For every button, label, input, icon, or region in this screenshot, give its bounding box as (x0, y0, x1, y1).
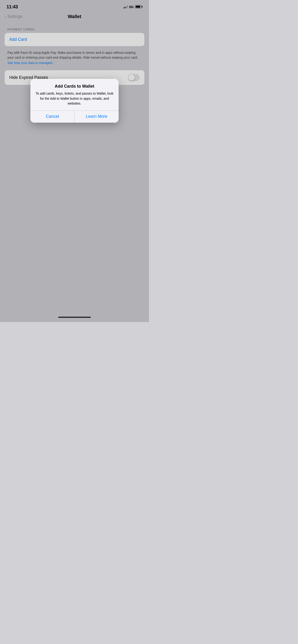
alert-title: Add Cards to Wallet (35, 84, 114, 89)
cancel-button[interactable]: Cancel (31, 110, 75, 123)
alert-buttons: Cancel Learn More (31, 110, 119, 123)
alert-dialog: Add Cards to Wallet To add cards, keys, … (31, 79, 119, 123)
alert-message: To add cards, keys, tickets, and passes … (35, 91, 114, 106)
learn-more-button[interactable]: Learn More (75, 110, 119, 123)
modal-overlay (0, 0, 149, 322)
alert-content: Add Cards to Wallet To add cards, keys, … (31, 79, 119, 110)
